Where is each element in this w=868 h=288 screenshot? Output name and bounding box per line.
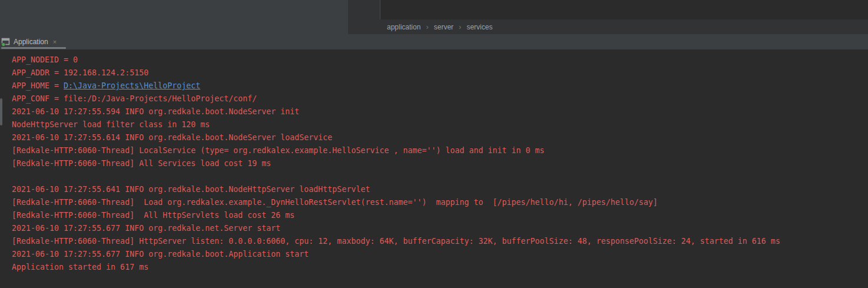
breadcrumb: application › server › services <box>348 19 868 34</box>
log-text: NodeHttpServer load filter class in 120 … <box>12 120 210 129</box>
console-log-line: APP_CONF = file:/D:/Java-Projects/HelloP… <box>12 92 868 105</box>
editor-area <box>380 0 868 19</box>
tab-title: Application <box>14 38 48 46</box>
log-text: Application started in 617 ms <box>12 263 148 272</box>
log-text: APP_HOME = <box>12 81 64 90</box>
breadcrumb-item-server[interactable]: server <box>434 23 453 31</box>
console-log-line: [Redkale-HTTP:6060-Thread] Load org.redk… <box>12 196 868 209</box>
console-output[interactable]: APP_NODEID = 0APP_ADDR = 192.168.124.2:5… <box>0 49 868 288</box>
console-log-line: APP_ADDR = 192.168.124.2:5150 <box>12 67 868 80</box>
console-tab-bar: Application × <box>0 34 868 49</box>
console-log-line <box>12 170 868 183</box>
close-icon[interactable]: × <box>53 38 57 45</box>
console-scrollbar-thumb[interactable] <box>0 98 2 125</box>
log-text: [Redkale-HTTP:6060-Thread] Load org.redk… <box>12 198 658 207</box>
console-log-line: [Redkale-HTTP:6060-Thread] HttpServer li… <box>12 235 868 248</box>
log-text: 2021-06-10 17:27:55.641 INFO org.redkale… <box>12 185 370 194</box>
active-tab-underline <box>1 47 66 49</box>
log-text: [Redkale-HTTP:6060-Thread] All Services … <box>12 159 271 168</box>
top-left-panel <box>0 0 348 34</box>
console-log-line: 2021-06-10 17:27:55.677 INFO org.redkale… <box>12 222 868 235</box>
chevron-right-icon: › <box>459 23 461 31</box>
log-text: APP_NODEID = 0 <box>12 55 78 64</box>
console-log-line: [Redkale-HTTP:6060-Thread] All HttpServl… <box>12 209 868 222</box>
run-console-icon <box>1 37 11 47</box>
log-text: [Redkale-HTTP:6060-Thread] All HttpServl… <box>12 211 294 220</box>
editor-gutter-panel <box>348 0 380 19</box>
console-log-line: 2021-06-10 17:27:55.641 INFO org.redkale… <box>12 183 868 196</box>
log-text: APP_ADDR = 192.168.124.2:5150 <box>12 68 148 77</box>
log-text: 2021-06-10 17:27:55.594 INFO org.redkale… <box>12 107 299 116</box>
log-text: 2021-06-10 17:27:55.677 INFO org.redkale… <box>12 224 280 233</box>
console-log-line: [Redkale-HTTP:6060-Thread] All Services … <box>12 157 868 170</box>
breadcrumb-item-services[interactable]: services <box>466 23 492 31</box>
console-log-line: APP_HOME = D:\Java-Projects\HelloProject <box>12 80 868 92</box>
console-log-line: [Redkale-HTTP:6060-Thread] LocalService … <box>12 144 868 157</box>
console-log-line: APP_NODEID = 0 <box>12 54 868 67</box>
console-log-line: 2021-06-10 17:27:55.594 INFO org.redkale… <box>12 105 868 118</box>
tab-application[interactable]: Application × <box>1 35 57 48</box>
console-log-line: 2021-06-10 17:27:55.614 INFO org.redkale… <box>12 131 868 144</box>
log-text: 2021-06-10 17:27:55.677 INFO org.redkale… <box>12 250 309 259</box>
log-text: APP_CONF = file:/D:/Java-Projects/HelloP… <box>12 94 257 103</box>
log-text: 2021-06-10 17:27:55.614 INFO org.redkale… <box>12 133 332 142</box>
app-home-link[interactable]: D:\Java-Projects\HelloProject <box>64 81 200 90</box>
breadcrumb-item-application[interactable]: application <box>387 23 420 31</box>
console-log-line: NodeHttpServer load filter class in 120 … <box>12 118 868 131</box>
console-log-line: 2021-06-10 17:27:55.677 INFO org.redkale… <box>12 248 868 261</box>
log-text: [Redkale-HTTP:6060-Thread] LocalService … <box>12 146 545 155</box>
log-text: [Redkale-HTTP:6060-Thread] HttpServer li… <box>12 237 780 246</box>
chevron-right-icon: › <box>426 23 428 31</box>
console-log-line: Application started in 617 ms <box>12 261 868 274</box>
